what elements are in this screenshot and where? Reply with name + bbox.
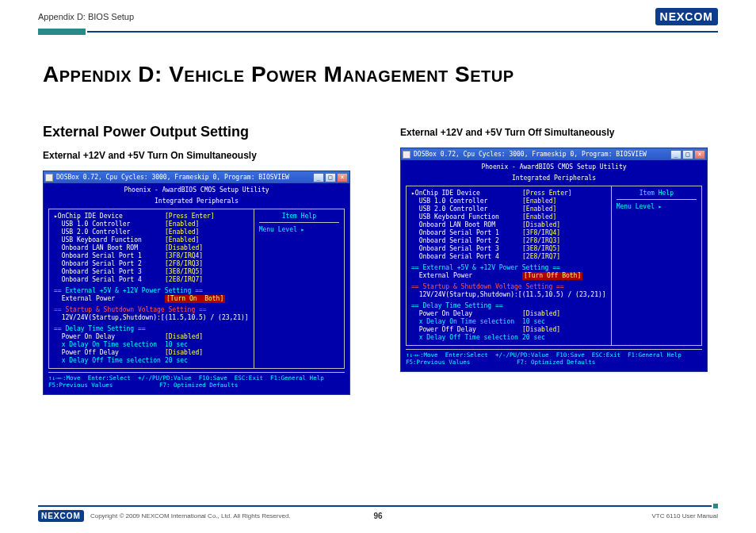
bios-setting-label[interactable]: Onboard LAN Boot ROM: [54, 244, 165, 252]
bios-setting-value[interactable]: [3F8/IRQ4]: [522, 229, 560, 237]
bios-setting-label[interactable]: Onboard Serial Port 4: [54, 276, 165, 284]
bios-setting-value[interactable]: [3E8/IRQ5]: [165, 268, 203, 276]
bios-setting-label[interactable]: Power Off Delay: [411, 326, 522, 334]
help-body: Menu Level ▸: [259, 226, 339, 234]
bios-setting-value[interactable]: [Enabled]: [522, 213, 556, 221]
right-column: External +12V and +5V Turn Off Simultane…: [400, 124, 718, 395]
bios-setting-value[interactable]: [Enabled]: [522, 197, 556, 205]
help-body: Menu Level ▸: [617, 203, 697, 211]
bios-setting-label[interactable]: OnChip IDE Device: [54, 213, 165, 220]
page-number: 96: [373, 512, 382, 520]
window-titlebar[interactable]: DOSBox 0.72, Cpu Cycles: 3000, Frameskip…: [400, 148, 708, 160]
bios-setting-label[interactable]: Onboard Serial Port 2: [411, 237, 522, 245]
page-title: Appendix D: Vehicle Power Management Set…: [43, 62, 718, 87]
bios-section-header: == Startup & Shutdown Voltage Setting ==: [411, 283, 606, 291]
voltage-setting-row[interactable]: 12V/24V(Startup,Shutdown):[(11.5,10.5) /…: [54, 314, 249, 322]
dosbox-window-left: DOSBox 0.72, Cpu Cycles: 3000, Frameskip…: [43, 171, 350, 395]
maximize-button[interactable]: □: [682, 150, 693, 159]
bios-setting-value[interactable]: [Press Enter]: [522, 190, 572, 197]
bios-setting-label[interactable]: Power On Delay: [411, 310, 522, 318]
footer-logo: NEXCOM: [38, 510, 84, 522]
left-column: External Power Output Setting External +…: [43, 124, 361, 395]
right-subheading: External +12V and +5V Turn Off Simultane…: [400, 127, 718, 138]
bios-screen[interactable]: Phoenix - AwardBIOS CMOS Setup Utility I…: [43, 183, 350, 395]
bios-setting-value[interactable]: [3E8/IRQ5]: [522, 245, 560, 253]
bios-setting-value[interactable]: [Disabled]: [165, 333, 203, 341]
bios-setting-value[interactable]: [2E8/IRQ7]: [522, 253, 560, 261]
bios-setting-label[interactable]: Onboard Serial Port 3: [54, 268, 165, 276]
bios-setting-label[interactable]: USB 1.0 Controller: [54, 220, 165, 228]
bios-setting-value[interactable]: 10 sec: [522, 318, 545, 326]
bios-section-header: == Delay Time Setting ==: [411, 302, 606, 310]
bios-setting-value[interactable]: [3F8/IRQ4]: [165, 252, 203, 260]
bios-setting-label[interactable]: Power Off Delay: [54, 349, 165, 357]
logo-text: NEXCOM: [655, 8, 718, 25]
bios-settings-pane[interactable]: OnChip IDE Device[Press Enter] USB 1.0 C…: [407, 186, 612, 345]
bios-setting-value[interactable]: [2F8/IRQ3]: [165, 260, 203, 268]
bios-setting-label[interactable]: OnChip IDE Device: [411, 190, 522, 197]
window-titlebar[interactable]: DOSBox 0.72, Cpu Cycles: 3000, Frameskip…: [43, 171, 350, 183]
bios-setting-value[interactable]: [Enabled]: [165, 236, 199, 244]
bios-setting-label[interactable]: Power On Delay: [54, 333, 165, 341]
bios-setting-label[interactable]: Onboard LAN Boot ROM: [411, 221, 522, 229]
bios-setting-label[interactable]: x Delay Off Time selection: [54, 357, 165, 365]
bios-help-pane: Item Help Menu Level ▸: [612, 186, 701, 345]
bios-setting-value[interactable]: 20 sec: [165, 357, 188, 365]
page-footer: NEXCOM Copyright © 2009 NEXCOM Internati…: [38, 504, 718, 522]
bios-setting-value[interactable]: [Press Enter]: [165, 213, 215, 220]
bios-screen[interactable]: Phoenix - AwardBIOS CMOS Setup Utility I…: [400, 160, 708, 372]
bios-setting-label[interactable]: USB Keyboard Function: [54, 236, 165, 244]
bios-setting-label[interactable]: USB 2.0 Controller: [411, 205, 522, 213]
close-button[interactable]: ×: [337, 173, 348, 182]
external-power-label[interactable]: External Power: [411, 272, 522, 280]
bios-help-pane: Item Help Menu Level ▸: [254, 209, 344, 368]
bios-setting-label[interactable]: Onboard Serial Port 2: [54, 260, 165, 268]
minimize-button[interactable]: _: [670, 150, 682, 159]
close-button[interactable]: ×: [694, 150, 705, 159]
bios-setting-value[interactable]: [Disabled]: [165, 244, 203, 252]
bios-settings-pane[interactable]: OnChip IDE Device[Press Enter] USB 1.0 C…: [49, 209, 254, 368]
bios-setting-value[interactable]: [Disabled]: [522, 326, 560, 334]
bios-key-help-2: F5:Previous Values F7: Optimized Default…: [406, 359, 702, 366]
maximize-button[interactable]: □: [325, 173, 336, 182]
header-rule: [38, 29, 718, 35]
bios-setting-value[interactable]: [Enabled]: [165, 228, 199, 236]
bios-setting-label[interactable]: Onboard Serial Port 1: [411, 229, 522, 237]
bios-setting-label[interactable]: Onboard Serial Port 4: [411, 253, 522, 261]
footer-doc-name: VTC 6110 User Manual: [651, 512, 718, 520]
bios-setting-label[interactable]: USB 1.0 Controller: [411, 197, 522, 205]
bios-key-help-1: ↑↓→←:Move Enter:Select +/-/PU/PD:Value F…: [48, 372, 345, 382]
bios-setting-label[interactable]: USB 2.0 Controller: [54, 228, 165, 236]
bios-setting-value[interactable]: [Enabled]: [522, 205, 556, 213]
bios-setting-label[interactable]: x Delay On Time selection: [54, 341, 165, 349]
bios-setting-value[interactable]: [Disabled]: [165, 349, 203, 357]
external-power-value[interactable]: [Turn Off Both]: [522, 272, 582, 280]
bios-setting-value[interactable]: [Enabled]: [165, 220, 199, 228]
footer-copyright: Copyright © 2009 NEXCOM International Co…: [90, 512, 651, 520]
voltage-setting-row[interactable]: 12V/24V(Startup,Shutdown):[(11.5,10.5) /…: [411, 291, 606, 299]
bios-key-help-1: ↑↓→←:Move Enter:Select +/-/PU/PD:Value F…: [406, 349, 702, 359]
external-power-value[interactable]: [Turn On Both]: [165, 295, 225, 303]
bios-setting-label[interactable]: x Delay Off Time selection: [411, 334, 522, 342]
app-icon: [403, 151, 410, 159]
bios-setting-label[interactable]: x Delay On Time selection: [411, 318, 522, 326]
bios-title-1: Phoenix - AwardBIOS CMOS Setup Utility: [48, 186, 345, 194]
bios-title-1: Phoenix - AwardBIOS CMOS Setup Utility: [406, 163, 702, 171]
bios-title-2: Integrated Peripherals: [48, 197, 345, 205]
minimize-button[interactable]: _: [313, 173, 324, 182]
bios-setting-value[interactable]: [2F8/IRQ3]: [522, 237, 560, 245]
bios-setting-value[interactable]: [2E8/IRQ7]: [165, 276, 203, 284]
bios-setting-label[interactable]: Onboard Serial Port 3: [411, 245, 522, 253]
dosbox-window-right: DOSBox 0.72, Cpu Cycles: 3000, Frameskip…: [400, 148, 708, 372]
bios-setting-label[interactable]: Onboard Serial Port 1: [54, 252, 165, 260]
bios-setting-value[interactable]: 10 sec: [165, 341, 188, 349]
bios-setting-label[interactable]: USB Keyboard Function: [411, 213, 522, 221]
bios-setting-value[interactable]: [Disabled]: [522, 221, 560, 229]
external-power-label[interactable]: External Power: [54, 295, 165, 303]
bios-setting-value[interactable]: 20 sec: [522, 334, 545, 342]
app-icon: [45, 174, 53, 182]
bios-section-header: == Startup & Shutdown Voltage Setting ==: [54, 306, 249, 314]
left-heading: External Power Output Setting: [43, 124, 361, 140]
bios-key-help-2: F5:Previous Values F7: Optimized Default…: [48, 382, 345, 389]
bios-setting-value[interactable]: [Disabled]: [522, 310, 560, 318]
